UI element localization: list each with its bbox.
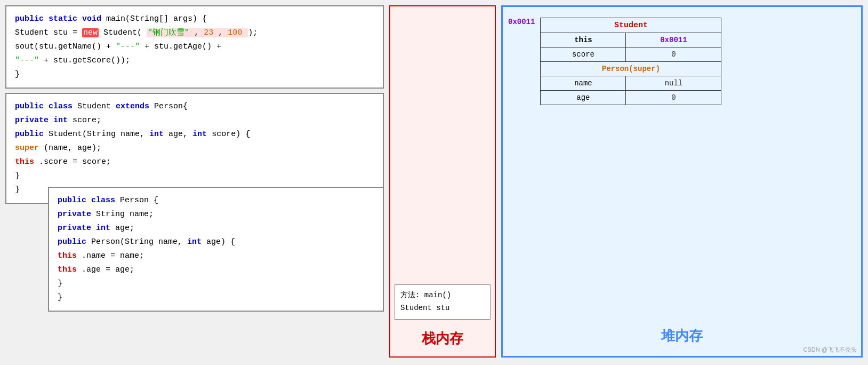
super-call: (name, age); [44, 144, 101, 153]
new-keyword-highlight: new [82, 28, 99, 37]
keyword-static: static [49, 14, 77, 23]
age-param: age, [168, 130, 192, 139]
table-row-person-section: Person(super) [541, 62, 721, 76]
person-class-name: Person { [120, 196, 158, 205]
stack-frame-box: 方法: main() Student stu [395, 284, 491, 320]
separator-str2: "---" [15, 56, 39, 65]
student-line3: public Student(String name, int age, int… [15, 128, 374, 141]
person-line2: private String name; [58, 208, 374, 221]
student-line4: super (name, age); [15, 142, 374, 155]
main-line2: Student stu = new Student( "钢门吹雪" , 23 ,… [15, 27, 374, 39]
age-field: age; [115, 224, 134, 233]
person-code-box: public class Person { private String nam… [48, 187, 384, 312]
person-constructor-sig: Person(String name, [91, 237, 187, 247]
student-line6: } [15, 170, 374, 182]
table-row-name: name null [541, 76, 721, 91]
closing-brace2: } [15, 171, 20, 180]
score-value: 0 [626, 47, 721, 62]
age-label: age [541, 91, 626, 105]
table-row-score: score 0 [541, 47, 721, 62]
kw-this3: this [58, 265, 77, 274]
kw-int5: int [187, 237, 202, 247]
plus1: + stu.getAge() + [144, 42, 221, 51]
kw-int4: int [96, 224, 110, 233]
this-value: 0x0011 [626, 33, 721, 47]
kw-this1: this [15, 157, 34, 166]
main-line5: } [15, 68, 374, 81]
student-constructor-sig: Student(String name, [49, 130, 149, 139]
this-label: this [541, 33, 626, 47]
param-name-string: "钢门吹雪" [148, 28, 189, 37]
kw-class2: class [91, 196, 115, 205]
student-line5: this .score = score; [15, 156, 374, 169]
param-age-number: 23 [204, 28, 213, 37]
person-age-param: age) { [206, 237, 235, 247]
table-row-age: age 0 [541, 91, 721, 105]
comma1: , [194, 28, 204, 37]
closing-brace3: } [15, 185, 20, 194]
method-main: main(String[] args) { [106, 14, 207, 23]
name-field: name; [130, 210, 154, 219]
person-line5: this .name = name; [58, 250, 374, 263]
main-line3: sout(stu.getName() + "---" + stu.getAge(… [15, 41, 374, 53]
person-line6: this .age = age; [58, 264, 374, 276]
kw-int2: int [149, 130, 164, 139]
score-label: score [541, 47, 626, 62]
kw-private3: private [58, 224, 91, 233]
kw-extends: extends [116, 102, 149, 111]
call-end: ); [248, 28, 258, 37]
person-line4: public Person(String name, int age) { [58, 236, 374, 249]
kw-private1: private [15, 116, 49, 125]
class-title: Student [541, 18, 721, 33]
student-stu-decl: Student stu = [15, 28, 82, 37]
person-classname: Person{ [154, 102, 188, 111]
kw-int3: int [192, 130, 207, 139]
stack-method-label: 方法: main() [400, 289, 485, 302]
student-line1: public class Student extends Person{ [15, 100, 374, 113]
stack-empty-area [390, 6, 495, 280]
keyword-void: void [82, 14, 101, 23]
param-score-number: 100 [228, 28, 242, 37]
person-section-title: Person(super) [541, 62, 721, 76]
student-line2: private int score; [15, 114, 374, 127]
this-age-assign: .age = age; [82, 265, 134, 274]
separator-str1: "---" [116, 42, 140, 51]
kw-int1: int [53, 116, 68, 125]
score-param: score) { [212, 130, 250, 139]
name-value: null [626, 76, 721, 91]
person-line1: public class Person { [58, 194, 374, 207]
stack-memory-section: 方法: main() Student stu 栈内存 [389, 5, 496, 358]
keyword-public: public [15, 14, 44, 23]
table-row-title: Student [541, 18, 721, 33]
stack-var-label: Student stu [400, 302, 485, 315]
person-closing-brace1: } [58, 279, 62, 288]
sout-call: sout(stu.getName() + [15, 42, 116, 51]
name-label: name [541, 76, 626, 91]
heap-object-table: Student this 0x0011 score 0 Person(super… [540, 18, 721, 105]
main-line4: "---" + stu.getScore()); [15, 54, 374, 67]
kw-this2: this [58, 251, 77, 260]
age-value: 0 [626, 91, 721, 105]
comma2: , [218, 28, 228, 37]
student-constructor-call: Student( [103, 28, 142, 37]
kw-public5: public [58, 237, 86, 247]
score-field: score; [73, 116, 101, 125]
constructor-params: "钢门吹雪" , 23 , 100 [147, 28, 248, 37]
this-score-assign: .score = score; [39, 157, 111, 166]
main-code-box: public static void main(String[] args) {… [5, 5, 384, 89]
person-line8: } [58, 291, 374, 304]
score-call: + stu.getScore()); [44, 56, 130, 65]
table-row-this: this 0x0011 [541, 33, 721, 47]
kw-class1: class [49, 102, 73, 111]
main-line1: public static void main(String[] args) { [15, 13, 374, 26]
closing-brace1: } [15, 70, 20, 79]
this-name-assign: .name = name; [82, 251, 144, 260]
kw-private2: private [58, 210, 91, 219]
code-section: public static void main(String[] args) {… [5, 5, 384, 312]
student-classname: Student [77, 102, 116, 111]
kw-public4: public [58, 196, 86, 205]
stack-title: 栈内存 [390, 324, 495, 356]
person-line7: } [58, 277, 374, 290]
kw-public2: public [15, 102, 44, 111]
kw-public3: public [15, 130, 44, 139]
